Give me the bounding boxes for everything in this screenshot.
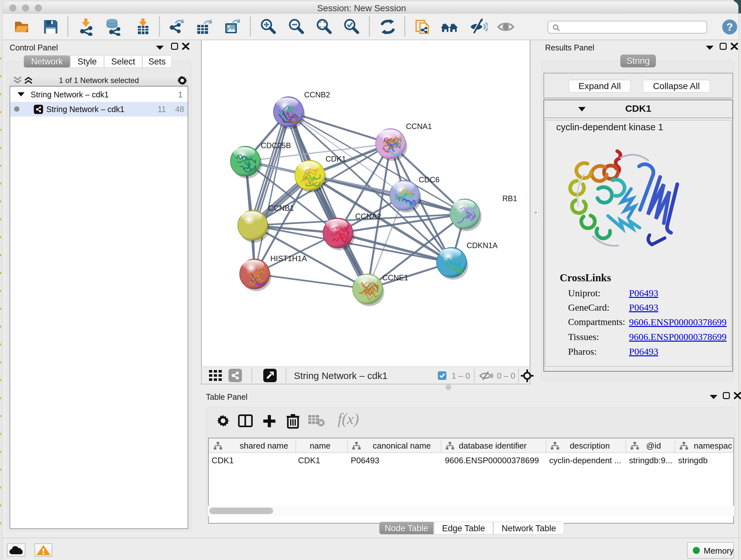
svg-text:CCNA1: CCNA1 (406, 122, 432, 131)
svg-text:CDK1: CDK1 (326, 154, 346, 163)
svg-text:CCNA2: CCNA2 (355, 212, 381, 221)
svg-text:CDC6: CDC6 (419, 175, 440, 184)
svg-text:CDKN1A: CDKN1A (467, 241, 497, 250)
svg-text:CCNE1: CCNE1 (382, 273, 408, 282)
svg-text:RB1: RB1 (502, 194, 517, 203)
svg-text:CCNB2: CCNB2 (304, 90, 330, 99)
svg-text:HIST1H1A: HIST1H1A (270, 254, 307, 263)
svg-text:CCNB1: CCNB1 (268, 204, 294, 212)
svg-text:CDC25B: CDC25B (261, 141, 291, 150)
